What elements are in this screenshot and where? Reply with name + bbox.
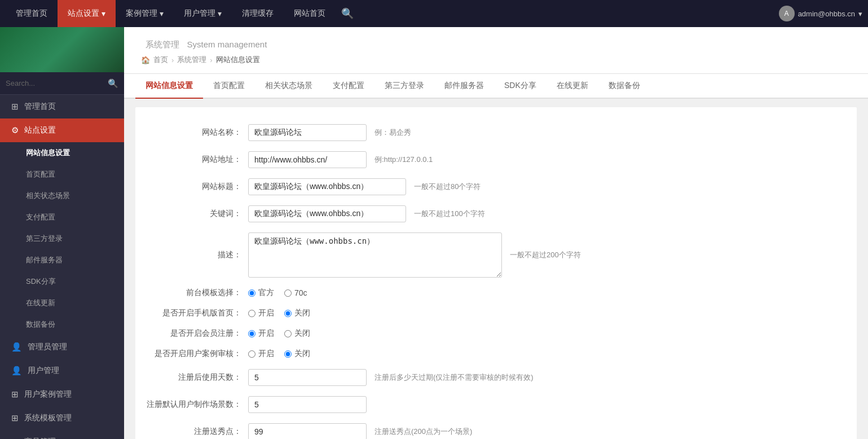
sidebar-sub-site-info[interactable]: 网站信息设置 [0,142,124,164]
sidebar-sub-sdk-share[interactable]: SDK分享 [0,271,124,292]
tab-pay-config[interactable]: 支付配置 [323,74,374,99]
keywords-input[interactable] [248,205,406,222]
sidebar-item-site-settings[interactable]: ⚙ 站点设置 [0,118,124,142]
user-name: admin@ohbbs.cn [798,10,855,18]
form-row-keywords: 关键词： 一般不超过100个字符 [147,205,845,222]
template-option-70c[interactable]: 70c [284,288,307,297]
member-reg-on-radio[interactable] [248,330,255,337]
dropdown-arrow-icon: ▾ [218,9,222,18]
sidebar-sub-data-backup[interactable]: 数据备份 [0,314,124,335]
member-reg-off-option[interactable]: 关闭 [284,328,310,339]
site-name-input[interactable] [248,124,367,141]
use-days-hint: 注册后多少天过期(仅注册不需要审核的时候有效) [374,372,534,383]
default-scenes-label: 注册默认用户制作场景数： [147,400,248,410]
sidebar-item-user-manage[interactable]: 👤 用户管理 [0,359,124,383]
tab-online-update[interactable]: 在线更新 [547,74,598,99]
sidebar-sub-home-config[interactable]: 首页配置 [0,164,124,185]
use-days-input[interactable] [248,369,367,386]
sidebar-item-case-user-manage[interactable]: ⊞ 用户案例管理 [0,383,124,406]
member-reg-label: 是否开启会员注册： [147,328,248,339]
site-url-input[interactable] [248,151,367,168]
sidebar-item-manage-home[interactable]: ⊞ 管理首页 [0,95,124,118]
sidebar-sub-third-login[interactable]: 第三方登录 [0,228,124,249]
mobile-off-option[interactable]: 关闭 [284,308,310,318]
nav-item-site-home[interactable]: 网站首页 [284,0,336,27]
tab-mail-server[interactable]: 邮件服务器 [434,74,494,99]
case-audit-off-radio[interactable] [284,350,292,358]
default-scenes-input[interactable] [248,396,367,413]
case-audit-label: 是否开启用户案例审核： [147,349,248,359]
search-icon[interactable]: 🔍 [108,78,118,89]
site-title-hint: 一般不超过80个字符 [414,182,481,192]
sidebar-item-sys-template[interactable]: ⊞ 系统模板管理 [0,406,124,430]
nav-item-site-settings[interactable]: 站点设置 ▾ [58,0,116,27]
keywords-label: 关键词： [147,209,248,219]
desc-textarea[interactable] [248,232,502,278]
tab-sdk-share[interactable]: SDK分享 [494,74,547,99]
mobile-off-radio[interactable] [284,310,292,317]
member-reg-off-radio[interactable] [284,330,292,337]
form-row-desc: 描述： 一般不超过200个字符 [147,232,845,278]
admin-icon: 👤 [11,342,22,352]
sidebar-item-goods-manage[interactable]: ⊞ 商品管理 [0,430,124,439]
user-menu[interactable]: A admin@ohbbs.cn ▾ [779,6,862,21]
case-audit-radio-group: 开启 关闭 [248,349,310,359]
sidebar-logo [0,27,124,72]
sidebar: 🔍 ⊞ 管理首页 ⚙ 站点设置 网站信息设置 首页配置 相关状态场景 支付配置 … [0,27,124,439]
site-url-label: 网站地址： [147,155,248,165]
top-search-icon[interactable]: 🔍 [341,7,354,20]
template-radio-group: 官方 70c [248,288,307,298]
keywords-hint: 一般不超过100个字符 [414,209,485,219]
register-points-input[interactable] [248,423,367,439]
template-radio-70c[interactable] [284,289,292,297]
tab-status-scene[interactable]: 相关状态场景 [255,74,323,99]
template-option-official[interactable]: 官方 [248,288,274,298]
gear-icon: ⚙ [11,125,19,135]
top-nav-items: 管理首页 站点设置 ▾ 案例管理 ▾ 用户管理 ▾ 清理缓存 网站首页 🔍 [6,0,779,27]
nav-item-case-manage[interactable]: 案例管理 ▾ [116,0,174,27]
breadcrumb-home-icon: 🏠 [141,56,150,64]
sidebar-sub-pay-config[interactable]: 支付配置 [0,207,124,228]
mobile-home-label: 是否开启手机版首页： [147,308,248,318]
sidebar-sub-mail-server[interactable]: 邮件服务器 [0,249,124,271]
breadcrumb-home-link[interactable]: 首页 [153,55,168,65]
logo-image [0,27,124,72]
sidebar-sub-online-update[interactable]: 在线更新 [0,292,124,314]
case-audit-on-option[interactable]: 开启 [248,349,274,359]
case-audit-off-option[interactable]: 关闭 [284,349,310,359]
site-name-label: 网站名称： [147,128,248,138]
case-audit-on-radio[interactable] [248,350,255,358]
tab-third-login[interactable]: 第三方登录 [374,74,434,99]
form-row-mobile-home: 是否开启手机版首页： 开启 关闭 [147,308,845,318]
breadcrumb-sep1: › [171,56,174,64]
register-points-hint: 注册送秀点(200点为一个场景) [374,427,472,437]
site-title-label: 网站标题： [147,182,248,192]
sidebar-item-admin-manage[interactable]: 👤 管理员管理 [0,335,124,359]
form-row-case-audit: 是否开启用户案例审核： 开启 关闭 [147,349,845,359]
sidebar-search-bar: 🔍 [0,72,124,95]
breadcrumb-system: 系统管理 [177,55,206,65]
user-icon: 👤 [11,366,22,376]
nav-item-manage-home[interactable]: 管理首页 [6,0,58,27]
form-row-site-url: 网站地址： 例:http://127.0.0.1 [147,151,845,168]
tab-site-info[interactable]: 网站信息设置 [135,74,203,99]
page-header: 系统管理 System management 🏠 首页 › 系统管理 › 网站信… [124,27,868,74]
form-area: 网站名称： 例：易企秀 网站地址： 例:http://127.0.0.1 网站标… [135,107,857,439]
avatar: A [779,6,795,21]
template-icon: ⊞ [11,413,19,423]
nav-item-clear-cache[interactable]: 清理缓存 [232,0,284,27]
sidebar-sub-status-scene[interactable]: 相关状态场景 [0,185,124,207]
mobile-on-option[interactable]: 开启 [248,308,274,318]
mobile-on-radio[interactable] [248,310,255,317]
tab-home-config[interactable]: 首页配置 [203,74,255,99]
tab-data-backup[interactable]: 数据备份 [598,74,650,99]
form-row-default-scenes: 注册默认用户制作场景数： [147,396,845,413]
template-radio-official[interactable] [248,289,255,297]
member-reg-on-option[interactable]: 开启 [248,328,274,339]
desc-hint: 一般不超过200个字符 [510,250,581,260]
site-title-input[interactable] [248,178,406,195]
search-input[interactable] [6,77,104,90]
nav-item-user-manage[interactable]: 用户管理 ▾ [174,0,232,27]
breadcrumb: 🏠 首页 › 系统管理 › 网站信息设置 [141,55,851,65]
dropdown-arrow-icon: ▾ [160,9,164,18]
